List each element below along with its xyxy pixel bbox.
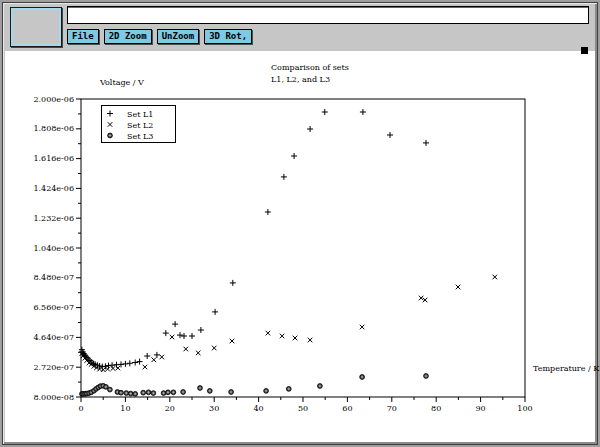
marker-cross <box>111 366 116 371</box>
marker-circle-plus <box>166 390 171 395</box>
marker-circle-plus <box>108 387 113 392</box>
marker-circle-plus <box>207 389 212 394</box>
plot-canvas[interactable]: 2.000e-061.808e-061.616e-061.424e-061.23… <box>3 3 600 447</box>
marker-plus <box>154 352 160 358</box>
marker-plus <box>127 360 133 366</box>
marker-plus <box>212 309 218 315</box>
marker-plus <box>132 360 138 366</box>
legend-label: Set L2 <box>127 121 153 130</box>
legend: Set L1Set L2Set L3 <box>102 106 176 143</box>
marker-circle-plus <box>198 386 203 391</box>
marker-plus <box>360 109 366 115</box>
series-set-l1 <box>79 109 429 370</box>
x-tick-label: 40 <box>254 404 264 413</box>
y-tick-label: 1.040e-06 <box>33 244 74 253</box>
marker-circle-plus <box>128 391 133 396</box>
marker-plus <box>172 321 178 327</box>
legend-label: Set L3 <box>127 132 153 141</box>
marker-circle-plus <box>133 392 138 397</box>
marker-cross <box>230 339 235 344</box>
marker-plus <box>189 333 195 339</box>
chart-title-line: Comparison of sets <box>271 63 349 72</box>
x-tick-label: 0 <box>78 404 83 413</box>
plot-box <box>81 99 525 397</box>
marker-cross <box>160 355 165 360</box>
y-axis-label: Voltage / V <box>99 78 144 87</box>
legend-label: Set L1 <box>127 110 153 119</box>
marker-circle-plus <box>146 390 151 395</box>
marker-plus <box>177 332 183 338</box>
series-set-l3 <box>80 374 429 397</box>
marker-plus <box>137 359 143 365</box>
marker-plus <box>387 132 393 138</box>
y-tick-label: 1.808e-06 <box>33 124 74 133</box>
y-tick-label: 2.000e-06 <box>33 95 74 104</box>
x-tick-label: 60 <box>342 404 352 413</box>
marker-cross <box>212 346 217 351</box>
marker-circle-plus <box>108 133 113 138</box>
app-window: File 2D Zoom UnZoom 3D Rot, 2.000e-061.8… <box>2 2 598 445</box>
x-tick-label: 50 <box>298 404 308 413</box>
marker-plus <box>291 153 297 159</box>
chart-title-line: L1, L2, and L3 <box>271 75 330 84</box>
y-tick-label: 8.000e-08 <box>33 393 74 402</box>
marker-cross <box>184 347 189 352</box>
marker-cross <box>280 334 285 339</box>
marker-circle-plus <box>181 390 186 395</box>
marker-circle-plus <box>119 390 124 395</box>
marker-plus <box>423 140 429 146</box>
marker-cross <box>143 365 148 370</box>
marker-plus <box>281 174 287 180</box>
marker-plus <box>122 361 128 367</box>
marker-cross <box>116 366 121 371</box>
x-axis: 0102030405060708090100 <box>78 397 532 413</box>
marker-circle-plus <box>229 390 234 395</box>
y-tick-label: 1.232e-06 <box>33 214 74 223</box>
x-tick-label: 30 <box>209 404 219 413</box>
marker-plus <box>307 126 313 132</box>
marker-circle-plus <box>264 389 269 394</box>
marker-cross <box>308 338 313 343</box>
y-tick-label: 1.424e-06 <box>33 184 74 193</box>
x-tick-label: 10 <box>120 404 130 413</box>
marker-cross <box>266 331 271 336</box>
series-set-l2 <box>80 275 498 372</box>
marker-cross <box>493 275 498 280</box>
marker-plus <box>163 330 169 336</box>
marker-circle-plus <box>360 375 365 380</box>
x-tick-label: 20 <box>165 404 175 413</box>
marker-circle-plus <box>141 390 146 395</box>
x-axis-label: Temperature / K <box>533 364 600 373</box>
marker-plus <box>230 280 236 286</box>
marker-cross <box>293 336 298 341</box>
marker-circle-plus <box>151 391 156 396</box>
marker-circle-plus <box>318 384 323 389</box>
y-axis: 2.000e-061.808e-061.616e-061.424e-061.23… <box>33 95 81 402</box>
marker-cross <box>170 335 175 340</box>
x-tick-label: 100 <box>517 404 532 413</box>
x-tick-label: 90 <box>476 404 486 413</box>
marker-cross <box>152 358 157 363</box>
y-tick-label: 2.720e-07 <box>33 363 74 372</box>
y-tick-label: 8.480e-07 <box>33 273 74 282</box>
marker-circle-plus <box>286 387 291 392</box>
marker-circle-plus <box>424 374 429 379</box>
y-tick-label: 6.560e-07 <box>33 303 74 312</box>
marker-plus <box>198 327 204 333</box>
marker-plus <box>144 353 150 359</box>
marker-plus <box>265 209 271 215</box>
marker-circle-plus <box>171 390 176 395</box>
chart-title: Comparison of setsL1, L2, and L3 <box>271 63 349 84</box>
window-frame: File 2D Zoom UnZoom 3D Rot, 2.000e-061.8… <box>0 0 600 447</box>
y-tick-label: 4.640e-07 <box>33 333 74 342</box>
marker-cross <box>196 351 201 356</box>
marker-plus <box>181 333 187 339</box>
y-tick-label: 1.616e-06 <box>33 154 74 163</box>
marker-plus <box>322 109 328 115</box>
marker-cross <box>101 367 106 372</box>
marker-cross <box>105 367 110 372</box>
marker-cross <box>456 285 461 290</box>
marker-circle-plus <box>161 391 166 396</box>
x-tick-label: 70 <box>387 404 397 413</box>
marker-cross <box>360 325 365 330</box>
